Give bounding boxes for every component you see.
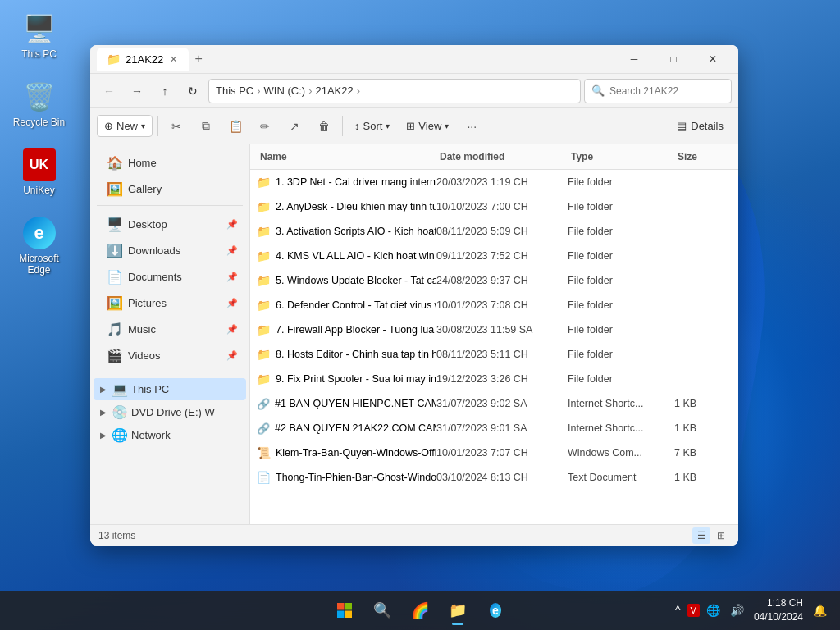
sidebar-item-network[interactable]: ▶ 🌐 Network [94, 424, 246, 446]
this-pc-label: This PC [21, 48, 57, 60]
sort-button[interactable]: ↕ Sort ▾ [348, 116, 396, 136]
sidebar-item-home[interactable]: 🏠 Home [94, 150, 246, 176]
maximize-button[interactable]: □ [655, 46, 692, 72]
desktop-icon-unikey[interactable]: UK UniKey [8, 144, 70, 200]
details-button[interactable]: ▤ Details [669, 116, 732, 136]
sidebar-item-documents[interactable]: 📄 Documents 📌 [94, 264, 246, 290]
search-input[interactable] [609, 85, 724, 97]
breadcrumb-21ak22[interactable]: 21AK22 [315, 84, 353, 97]
sidebar-item-pictures[interactable]: 🖼️ Pictures 📌 [94, 290, 246, 316]
breadcrumb-win-c[interactable]: WIN (C:) [264, 84, 306, 97]
sidebar-item-downloads[interactable]: ⬇️ Downloads 📌 [94, 238, 246, 263]
rename-button[interactable]: ✏ [252, 113, 278, 139]
table-row[interactable]: 📁1. 3DP Net - Cai driver mang internet 2… [250, 170, 738, 194]
breadcrumb-this-pc[interactable]: This PC [216, 84, 253, 97]
desktop-sidebar-icon: 🖥️ [107, 217, 121, 232]
table-row[interactable]: 📁8. Hosts Editor - Chinh sua tap tin hos… [250, 342, 738, 367]
search-button[interactable]: 🔍 [366, 594, 399, 627]
main-content: 🏠 Home 🖼️ Gallery 🖥️ Desktop 📌 ⬇️ Downlo… [90, 144, 738, 524]
clock[interactable]: 1:18 CH 04/10/2024 [754, 596, 803, 624]
desktop-icon-edge[interactable]: e Microsoft Edge [8, 212, 70, 280]
details-view-button[interactable]: ☰ [692, 527, 710, 544]
search-bar[interactable]: 🔍 [584, 79, 732, 103]
new-button[interactable]: ⊕ New ▾ [97, 115, 153, 137]
table-row[interactable]: 🔗#1 BAN QUYEN HIENPC.NET CAM ON 31/07/20… [250, 391, 738, 416]
date-column-header[interactable]: Date modified [436, 148, 568, 166]
virus-protection-icon[interactable]: V [687, 604, 700, 617]
sidebar-item-this-pc[interactable]: ▶ 💻 This PC [94, 378, 246, 400]
file-type: Internet Shortc... [568, 398, 674, 409]
sort-label: Sort [363, 120, 383, 132]
file-name-text: 6. Defender Control - Tat diet virus win… [276, 299, 436, 311]
close-button[interactable]: ✕ [694, 46, 732, 72]
size-column-header[interactable]: Size [674, 148, 732, 166]
file-list-header: Name Date modified Type Size [250, 144, 738, 170]
unikey-label: UniKey [23, 185, 55, 196]
minimize-button[interactable]: ─ [615, 46, 653, 72]
sidebar-item-gallery[interactable]: 🖼️ Gallery [94, 176, 246, 202]
videos-sidebar-icon: 🎬 [107, 348, 121, 363]
name-column-header[interactable]: Name [257, 148, 436, 166]
file-date: 10/10/2023 7:00 CH [436, 201, 568, 212]
new-tab-button[interactable]: + [189, 49, 208, 69]
table-row[interactable]: 📁3. Activation Scripts AIO - Kich hoat w… [250, 219, 738, 244]
start-button[interactable] [328, 594, 361, 627]
table-row[interactable]: 📁2. AnyDesk - Dieu khien may tinh tu xa … [250, 194, 738, 219]
back-button[interactable]: ← [97, 79, 121, 103]
tab-close-button[interactable]: ✕ [168, 52, 179, 66]
tiles-view-button[interactable]: ⊞ [712, 527, 730, 544]
notification-bell-icon[interactable]: 🔔 [810, 600, 830, 620]
explorer-window: 📁 21AK22 ✕ + ─ □ ✕ ← → ↑ ↻ This PC › WIN… [90, 45, 738, 546]
date-display: 04/10/2024 [754, 610, 803, 624]
table-row[interactable]: 📁6. Defender Control - Tat diet virus wi… [250, 293, 738, 317]
sidebar-item-desktop[interactable]: 🖥️ Desktop 📌 [94, 212, 246, 237]
sidebar-item-videos[interactable]: 🎬 Videos 📌 [94, 343, 246, 368]
file-explorer-taskbar-button[interactable]: 📁 [441, 594, 474, 627]
file-date: 30/08/2023 11:59 SA [436, 324, 568, 336]
forward-button[interactable]: → [125, 79, 149, 103]
new-plus-icon: ⊕ [104, 120, 113, 132]
table-row[interactable]: 📁7. Firewall App Blocker - Tuong lua cha… [250, 317, 738, 342]
volume-icon[interactable]: 🔊 [727, 600, 747, 620]
share-button[interactable]: ↗ [281, 113, 308, 139]
status-bar: 13 items ☰ ⊞ [90, 524, 738, 546]
widgets-button[interactable]: 🌈 [404, 594, 436, 627]
sidebar-item-dvd-drive[interactable]: ▶ 💿 DVD Drive (E:) W [94, 401, 246, 423]
copy-button[interactable]: ⧉ [193, 113, 219, 139]
paste-button[interactable]: 📋 [222, 113, 249, 139]
tray-chevron[interactable]: ^ [672, 600, 684, 620]
desktop-icon-this-pc[interactable]: 🖥️ This PC [8, 8, 70, 64]
cut-button[interactable]: ✂ [163, 113, 189, 139]
desktop-icon-recycle-bin[interactable]: 🗑️ Recycle Bin [8, 76, 70, 132]
network-tray-icon[interactable]: 🌐 [703, 600, 724, 620]
table-row[interactable]: 📁4. KMS VL ALL AIO - Kich hoat win offic… [250, 244, 738, 268]
folder-icon: 📁 [257, 323, 271, 336]
recycle-bin-icon: 🗑️ [23, 80, 56, 113]
system-tray: ^ V 🌐 🔊 [672, 600, 747, 620]
table-row[interactable]: 📄Thong-Tin-Phien-Ban-Ghost-Windows.txt 0… [250, 465, 738, 490]
table-row[interactable]: 📁5. Windows Update Blocker - Tat cap nha… [250, 268, 738, 293]
table-row[interactable]: 📁9. Fix Print Spooler - Sua loi may in 1… [250, 367, 738, 391]
edge-taskbar-button[interactable]: e [479, 594, 512, 627]
dvd-sidebar-icon: 💿 [112, 404, 126, 420]
sidebar: 🏠 Home 🖼️ Gallery 🖥️ Desktop 📌 ⬇️ Downlo… [90, 144, 250, 524]
type-column-header[interactable]: Type [568, 148, 674, 166]
downloads-sidebar-icon: ⬇️ [107, 243, 121, 258]
file-type: File folder [568, 349, 674, 360]
sidebar-pictures-label: Pictures [128, 297, 167, 309]
up-button[interactable]: ↑ [153, 79, 177, 103]
delete-button[interactable]: 🗑 [311, 113, 337, 139]
more-options-button[interactable]: ··· [459, 113, 485, 139]
table-row[interactable]: 📜Kiem-Tra-Ban-Quyen-Windows-Office-21AK2… [250, 441, 738, 465]
file-size: 1 KB [674, 422, 732, 434]
this-pc-expand-arrow: ▶ [100, 385, 107, 394]
table-row[interactable]: 🔗#2 BAN QUYEN 21AK22.COM CAM ON 31/07/20… [250, 416, 738, 441]
breadcrumb-bar[interactable]: This PC › WIN (C:) › 21AK22 › [208, 79, 581, 103]
file-date: 10/01/2023 7:07 CH [436, 447, 568, 459]
refresh-button[interactable]: ↻ [180, 79, 205, 103]
view-button[interactable]: ⊞ View ▾ [399, 116, 455, 136]
folder-icon: 📁 [257, 225, 271, 238]
file-name-text: 3. Activation Scripts AIO - Kich hoat wi… [276, 226, 436, 237]
sidebar-item-music[interactable]: 🎵 Music 📌 [94, 317, 246, 342]
explorer-tab[interactable]: 📁 21AK22 ✕ [97, 48, 189, 71]
